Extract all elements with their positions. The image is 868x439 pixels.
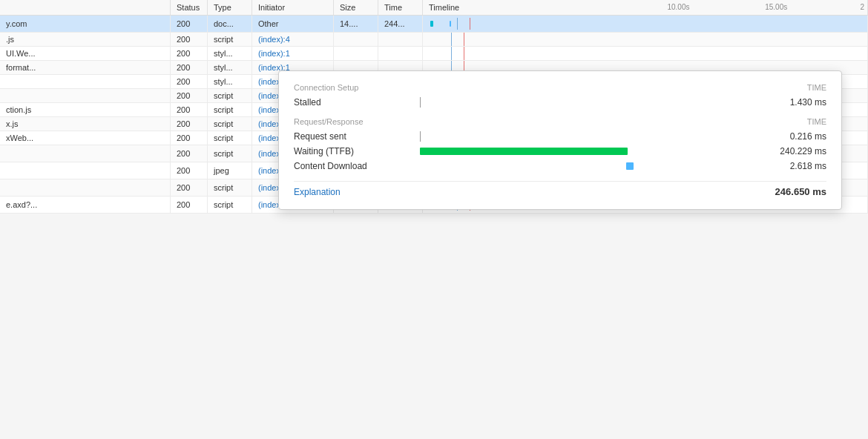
cell-size: 14....	[334, 16, 378, 33]
cell-timeline	[423, 47, 868, 61]
cell-time	[378, 33, 423, 47]
cell-name: y.com	[0, 16, 171, 33]
cell-name: .js	[0, 33, 171, 47]
col-header-status[interactable]: Status	[171, 0, 208, 16]
request-sent-label: Request sent	[294, 131, 412, 142]
stalled-row: Stalled 1.430 ms	[294, 95, 826, 110]
content-download-blue-bar	[626, 162, 634, 170]
cell-name: e.axd?...	[0, 197, 171, 214]
cell-type: script	[208, 33, 252, 47]
request-response-header: Request/Response TIME	[294, 117, 826, 126]
content-download-label: Content Download	[294, 161, 412, 171]
ttfb-green-bar	[420, 148, 628, 155]
cell-status: 200	[171, 131, 208, 145]
stalled-tick	[420, 97, 421, 108]
waiting-ttfb-bar	[420, 148, 752, 155]
explanation-link[interactable]: Explanation	[294, 187, 341, 197]
col-header-timeline: Timeline 10.00s 15.00s 2	[423, 0, 868, 16]
request-sent-row: Request sent 0.216 ms	[294, 129, 826, 144]
request-response-label: Request/Response	[294, 117, 364, 126]
cell-status: 200	[171, 75, 208, 89]
cell-initiator[interactable]: Other	[252, 16, 334, 33]
vline-red	[470, 18, 470, 30]
cell-type: script	[208, 179, 252, 197]
mini-bar-blue	[450, 21, 451, 27]
cell-initiator[interactable]: (index):4	[252, 33, 334, 47]
mini-bar-teal	[430, 21, 433, 27]
cell-initiator[interactable]: (index):1	[252, 47, 334, 61]
table-row[interactable]: y.com200doc...Other14....244...	[0, 16, 868, 33]
col-header-initiator[interactable]: Initiator	[252, 0, 334, 16]
request-sent-bar	[420, 133, 752, 140]
col-header-size[interactable]: Size	[334, 0, 378, 16]
cell-type: script	[208, 131, 252, 145]
initiator-link[interactable]: (index):4	[258, 35, 290, 44]
cell-type: styl...	[208, 47, 252, 61]
initiator-link[interactable]: (index):1	[258, 49, 290, 58]
cell-name: UI.We...	[0, 47, 171, 61]
timeline-marker-15s: 15.00s	[765, 3, 787, 11]
connection-setup-header: Connection Setup TIME	[294, 83, 826, 92]
timeline-label: Timeline	[429, 3, 459, 12]
cell-status: 200	[171, 162, 208, 179]
waiting-ttfb-value: 240.229 ms	[760, 146, 826, 156]
waiting-ttfb-label: Waiting (TTFB)	[294, 146, 412, 156]
cell-name: ction.js	[0, 103, 171, 117]
cell-status: 200	[171, 103, 208, 117]
cell-name	[0, 145, 171, 162]
stalled-label: Stalled	[294, 97, 412, 108]
content-download-bar	[420, 162, 752, 170]
cell-status: 200	[171, 33, 208, 47]
cell-type: script	[208, 103, 252, 117]
cell-timeline	[423, 33, 868, 47]
vline-blue	[451, 47, 452, 60]
col-header-time[interactable]: Time	[378, 0, 423, 16]
cell-status: 200	[171, 61, 208, 75]
request-sent-value: 0.216 ms	[760, 131, 826, 142]
cell-name: x.js	[0, 117, 171, 131]
cell-type: script	[208, 197, 252, 214]
content-download-row: Content Download 2.618 ms	[294, 159, 826, 174]
vline-blue	[451, 33, 452, 46]
stalled-value: 1.430 ms	[760, 97, 826, 108]
col-header-type[interactable]: Type	[208, 0, 252, 16]
table-row[interactable]: .js200script(index):4	[0, 33, 868, 47]
connection-setup-time-label: TIME	[807, 83, 826, 92]
col-header-name	[0, 0, 171, 16]
cell-type: doc...	[208, 16, 252, 33]
cell-status: 200	[171, 16, 208, 33]
cell-time: 244...	[378, 16, 423, 33]
vline-red	[464, 33, 464, 46]
cell-status: 200	[171, 89, 208, 103]
cell-type: jpeg	[208, 162, 252, 179]
timing-tooltip: Connection Setup TIME Stalled 1.430 ms R…	[278, 70, 842, 210]
cell-name: xWeb...	[0, 131, 171, 145]
cell-name: format...	[0, 61, 171, 75]
cell-status: 200	[171, 145, 208, 162]
cell-name	[0, 179, 171, 197]
cell-size	[334, 47, 378, 61]
content-download-value: 2.618 ms	[760, 161, 826, 171]
network-panel: Status Type Initiator Size Time Timeline…	[0, 0, 868, 439]
tooltip-footer: Explanation 246.650 ms	[294, 181, 826, 197]
total-time-value: 246.650 ms	[775, 186, 826, 197]
table-header: Status Type Initiator Size Time Timeline…	[0, 0, 868, 16]
table-row[interactable]: UI.We...200styl...(index):1	[0, 47, 868, 61]
request-sent-tick	[420, 131, 421, 142]
cell-timeline	[423, 16, 868, 33]
cell-name	[0, 89, 171, 103]
timeline-marker-2: 2	[860, 3, 864, 11]
cell-type: styl...	[208, 61, 252, 75]
cell-status: 200	[171, 197, 208, 214]
cell-name	[0, 162, 171, 179]
cell-type: script	[208, 145, 252, 162]
cell-type: script	[208, 117, 252, 131]
cell-status: 200	[171, 117, 208, 131]
cell-status: 200	[171, 179, 208, 197]
timeline-marker-10s: 10.00s	[667, 3, 689, 11]
cell-time	[378, 47, 423, 61]
cell-type: styl...	[208, 75, 252, 89]
connection-setup-label: Connection Setup	[294, 83, 358, 92]
request-response-time-label: TIME	[807, 117, 826, 126]
vline-blue	[457, 18, 458, 30]
